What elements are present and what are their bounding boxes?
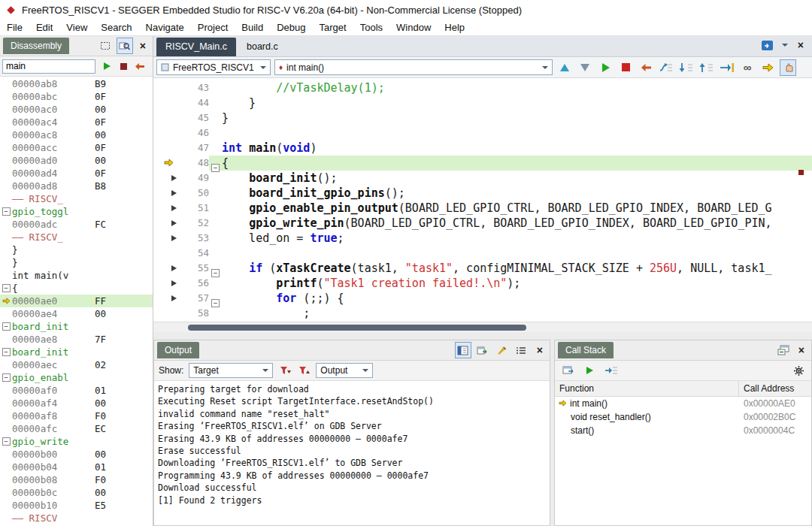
disassembly-line[interactable]: 00000ad000 [0,154,153,167]
show-next-statement-icon[interactable] [759,59,776,76]
code-line[interactable]: 46 [153,125,812,141]
line-number[interactable]: 48 [183,156,209,171]
menu-item-window[interactable]: Window [389,20,438,35]
horizontal-scrollbar[interactable] [153,322,812,332]
disassembly-line[interactable]: 00000b10E5 [0,499,153,512]
filter-in-icon[interactable] [278,362,292,379]
step-into-icon[interactable] [678,59,695,76]
line-number[interactable]: 45 [183,110,209,125]
play-icon[interactable] [100,58,114,74]
line-number[interactable]: 50 [183,186,209,201]
export-window-icon[interactable] [474,342,491,358]
line-number[interactable]: 54 [183,246,209,261]
menu-item-file[interactable]: File [0,20,29,35]
disassembly-line[interactable]: −gpio_enabl [0,371,153,384]
step-out-icon[interactable] [698,59,715,76]
code-gutter-margin[interactable] [153,186,183,201]
disassembly-line[interactable]: 00000ac000 [0,103,153,116]
code-line[interactable]: 56 printf("Task1 creation failed!.\n"); [153,276,812,291]
run-to-cursor-icon[interactable] [719,59,735,76]
line-number[interactable]: 58 [183,306,209,321]
callstack-row[interactable]: void reset_handler()0x00002B0C [555,410,811,424]
scrollbar-thumb[interactable] [188,325,526,331]
disassembly-line[interactable]: 00000ac40F [0,116,153,128]
disassembly-line[interactable]: 00000ae87F [0,333,153,346]
line-number[interactable]: 43 [183,80,209,95]
line-number[interactable]: 55 [183,261,209,276]
code-line[interactable]: 53 led_on = true; [153,231,812,246]
fold-marker-icon[interactable]: − [2,373,11,382]
disassembly-line[interactable]: 00000aec02 [0,358,153,371]
code-line[interactable]: 47int main(void) [153,141,812,156]
code-gutter-margin[interactable] [153,246,183,261]
show-select[interactable]: Target [189,363,273,378]
disassembly-line[interactable]: 00000b0401 [0,461,153,473]
disassembly-line[interactable]: 00000af8F0 [0,410,153,422]
project-select[interactable]: FreeRTOS_RISCV1 [156,59,271,75]
menu-item-help[interactable]: Help [438,20,471,35]
step-over-icon[interactable] [658,59,674,76]
code-line[interactable]: 55− if (xTaskCreate(task1, "task1", conf… [153,261,812,276]
code-line[interactable]: 54 [153,246,812,261]
dashed-selection-icon[interactable] [97,38,114,54]
line-number[interactable]: 51 [183,201,209,216]
disassembly-line[interactable]: 00000abc0F [0,90,153,103]
close-icon[interactable]: × [795,344,808,356]
fold-marker-icon[interactable]: − [2,322,11,331]
disassembly-line[interactable]: 00000af001 [0,384,153,397]
code-gutter-margin[interactable] [153,95,183,110]
menu-item-build[interactable]: Build [235,20,270,35]
menu-item-edit[interactable]: Edit [29,20,59,35]
code-line[interactable]: 51 gpio_enable_pin_output(BOARD_LED_GPIO… [153,201,812,216]
code-gutter-margin[interactable] [153,216,183,231]
disassembly-title[interactable]: Disassembly [3,38,69,54]
disassembly-line[interactable]: 00000afcEC [0,422,153,435]
infinity-icon[interactable]: ∞ [739,59,756,76]
console-log[interactable]: Preparing target for downloadExecuting R… [154,381,550,525]
code-line[interactable]: 44 } [153,95,812,110]
code-gutter-margin[interactable] [153,141,183,156]
fold-marker-icon[interactable]: − [2,284,11,292]
line-number[interactable]: 47 [183,141,209,156]
line-number[interactable]: 49 [183,171,209,186]
horizontal-splitter[interactable] [153,332,812,340]
line-number[interactable]: 57 [183,291,209,306]
code-line[interactable]: 50 board_init_gpio_pins(); [153,186,812,201]
fold-marker-icon[interactable]: − [2,437,11,446]
disassembly-line[interactable]: 00000b08F0 [0,473,153,486]
disassembly-line[interactable]: 00000ad8B8 [0,180,153,192]
frame-window-icon[interactable] [559,362,576,379]
navigate-down-icon[interactable] [577,59,593,76]
callstack-row[interactable]: start()0x0000004C [555,424,811,437]
gear-icon[interactable] [790,362,807,379]
output-filter-select[interactable]: Output [316,363,373,378]
code-gutter-margin[interactable] [153,156,183,171]
disassembly-line[interactable]: —— RISCV_ [0,231,153,243]
magnifier-box-icon[interactable] [117,38,133,54]
disassembly-line[interactable]: 00000acc0F [0,141,153,154]
line-number[interactable]: 56 [183,276,209,291]
log-book-icon[interactable] [455,342,471,358]
chevron-down-icon[interactable] [780,37,790,53]
disassembly-line[interactable]: −{ [0,282,153,295]
line-number[interactable]: 46 [183,125,209,141]
code-editor[interactable]: 43 //vTaskDelay(1);44 }45}4647int main(v… [153,78,812,322]
disassembly-line[interactable]: 00000adcFC [0,218,153,231]
disassembly-line[interactable]: 00000ad40F [0,167,153,180]
tab-board-c[interactable]: board.c [238,38,287,56]
code-line[interactable]: 48−{ [153,156,812,171]
disassembly-line[interactable]: 00000ac800 [0,128,153,141]
code-gutter-margin[interactable] [153,231,183,246]
back-arrow-icon[interactable] [638,59,654,76]
disassembly-line[interactable]: } [0,256,153,269]
code-line[interactable]: 43 //vTaskDelay(1); [153,80,812,95]
column-call-address[interactable]: Call Address [739,383,811,394]
code-line[interactable]: 57− for (;;) { [153,291,812,306]
disassembly-line[interactable]: —— RISCV_ [0,192,153,205]
code-gutter-margin[interactable] [153,80,183,95]
menu-item-debug[interactable]: Debug [270,20,312,35]
disassembly-line[interactable]: 00000b0c00 [0,486,153,499]
disassembly-line[interactable]: —— RISCV [0,512,153,524]
code-line[interactable]: 49 board_init(); [153,171,812,186]
fold-marker-icon[interactable]: − [2,348,11,356]
